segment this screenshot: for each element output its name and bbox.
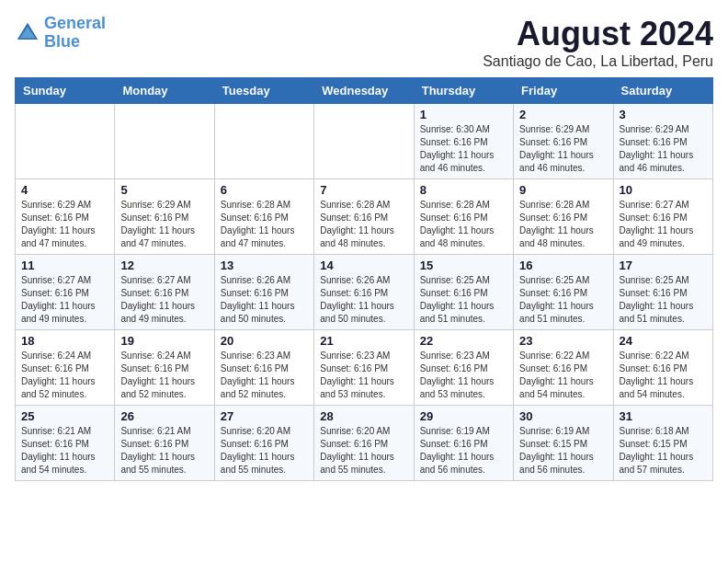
calendar-cell: 28Sunrise: 6:20 AM Sunset: 6:16 PM Dayli… <box>314 406 414 481</box>
calendar-cell: 2Sunrise: 6:29 AM Sunset: 6:16 PM Daylig… <box>514 104 613 179</box>
day-number: 25 <box>21 409 108 423</box>
day-info: Sunrise: 6:20 AM Sunset: 6:16 PM Dayligh… <box>320 425 407 477</box>
day-info: Sunrise: 6:21 AM Sunset: 6:16 PM Dayligh… <box>120 425 208 477</box>
week-row-1: 1Sunrise: 6:30 AM Sunset: 6:16 PM Daylig… <box>16 104 713 179</box>
calendar-cell: 31Sunrise: 6:18 AM Sunset: 6:15 PM Dayli… <box>613 406 712 481</box>
calendar-subtitle: Santiago de Cao, La Libertad, Peru <box>483 53 713 70</box>
day-number: 31 <box>620 409 707 423</box>
day-info: Sunrise: 6:21 AM Sunset: 6:16 PM Dayligh… <box>21 425 108 477</box>
day-number: 23 <box>519 334 607 348</box>
calendar-cell <box>16 104 115 179</box>
day-info: Sunrise: 6:26 AM Sunset: 6:16 PM Dayligh… <box>221 274 308 326</box>
calendar-cell: 19Sunrise: 6:24 AM Sunset: 6:16 PM Dayli… <box>115 330 214 406</box>
day-number: 28 <box>320 409 407 423</box>
day-number: 17 <box>620 259 707 272</box>
day-number: 10 <box>620 183 707 197</box>
calendar-cell: 17Sunrise: 6:25 AM Sunset: 6:16 PM Dayli… <box>613 255 712 330</box>
day-info: Sunrise: 6:29 AM Sunset: 6:16 PM Dayligh… <box>519 123 607 175</box>
day-number: 14 <box>320 259 407 272</box>
weekday-header-row: SundayMondayTuesdayWednesdayThursdayFrid… <box>16 78 713 104</box>
logo-line2: Blue <box>44 32 80 51</box>
calendar-title: August 2024 <box>483 15 713 53</box>
day-number: 18 <box>21 334 108 348</box>
calendar-cell: 4Sunrise: 6:29 AM Sunset: 6:16 PM Daylig… <box>16 179 115 255</box>
day-info: Sunrise: 6:23 AM Sunset: 6:16 PM Dayligh… <box>420 350 507 401</box>
calendar-cell: 12Sunrise: 6:27 AM Sunset: 6:16 PM Dayli… <box>115 255 214 330</box>
calendar-cell: 25Sunrise: 6:21 AM Sunset: 6:16 PM Dayli… <box>16 406 115 481</box>
day-number: 2 <box>519 108 607 121</box>
calendar-cell: 3Sunrise: 6:29 AM Sunset: 6:16 PM Daylig… <box>613 104 712 179</box>
calendar-cell: 8Sunrise: 6:28 AM Sunset: 6:16 PM Daylig… <box>414 179 513 255</box>
calendar-cell: 13Sunrise: 6:26 AM Sunset: 6:16 PM Dayli… <box>214 255 313 330</box>
calendar-cell: 21Sunrise: 6:23 AM Sunset: 6:16 PM Dayli… <box>314 330 414 406</box>
day-info: Sunrise: 6:28 AM Sunset: 6:16 PM Dayligh… <box>221 199 308 250</box>
logo-text: General Blue <box>44 15 106 52</box>
day-info: Sunrise: 6:27 AM Sunset: 6:16 PM Dayligh… <box>120 274 208 326</box>
day-info: Sunrise: 6:29 AM Sunset: 6:16 PM Dayligh… <box>620 123 707 175</box>
day-number: 7 <box>320 183 407 197</box>
day-number: 13 <box>221 259 308 272</box>
day-info: Sunrise: 6:30 AM Sunset: 6:16 PM Dayligh… <box>420 123 507 175</box>
day-number: 6 <box>221 183 308 197</box>
week-row-4: 18Sunrise: 6:24 AM Sunset: 6:16 PM Dayli… <box>16 330 713 406</box>
day-info: Sunrise: 6:22 AM Sunset: 6:16 PM Dayligh… <box>620 350 707 401</box>
day-number: 21 <box>320 334 407 348</box>
day-info: Sunrise: 6:28 AM Sunset: 6:16 PM Dayligh… <box>420 199 507 250</box>
calendar-cell: 1Sunrise: 6:30 AM Sunset: 6:16 PM Daylig… <box>414 104 513 179</box>
calendar-cell: 29Sunrise: 6:19 AM Sunset: 6:16 PM Dayli… <box>414 406 513 481</box>
day-info: Sunrise: 6:29 AM Sunset: 6:16 PM Dayligh… <box>21 199 108 250</box>
day-info: Sunrise: 6:28 AM Sunset: 6:16 PM Dayligh… <box>519 199 607 250</box>
weekday-monday: Monday <box>115 78 214 104</box>
day-number: 1 <box>420 108 507 121</box>
day-info: Sunrise: 6:24 AM Sunset: 6:16 PM Dayligh… <box>120 350 208 401</box>
day-number: 3 <box>620 108 707 121</box>
day-info: Sunrise: 6:28 AM Sunset: 6:16 PM Dayligh… <box>320 199 407 250</box>
day-number: 16 <box>519 259 607 272</box>
calendar-cell: 7Sunrise: 6:28 AM Sunset: 6:16 PM Daylig… <box>314 179 414 255</box>
day-number: 20 <box>221 334 308 348</box>
day-number: 15 <box>420 259 507 272</box>
day-number: 8 <box>420 183 507 197</box>
calendar-cell: 26Sunrise: 6:21 AM Sunset: 6:16 PM Dayli… <box>115 406 214 481</box>
day-info: Sunrise: 6:18 AM Sunset: 6:15 PM Dayligh… <box>620 425 707 477</box>
day-info: Sunrise: 6:25 AM Sunset: 6:16 PM Dayligh… <box>420 274 507 326</box>
title-area: August 2024 Santiago de Cao, La Libertad… <box>483 15 713 70</box>
day-number: 27 <box>221 409 308 423</box>
week-row-3: 11Sunrise: 6:27 AM Sunset: 6:16 PM Dayli… <box>16 255 713 330</box>
day-info: Sunrise: 6:23 AM Sunset: 6:16 PM Dayligh… <box>221 350 308 401</box>
calendar-cell: 27Sunrise: 6:20 AM Sunset: 6:16 PM Dayli… <box>214 406 313 481</box>
day-info: Sunrise: 6:27 AM Sunset: 6:16 PM Dayligh… <box>21 274 108 326</box>
day-number: 24 <box>620 334 707 348</box>
calendar-cell: 22Sunrise: 6:23 AM Sunset: 6:16 PM Dayli… <box>414 330 513 406</box>
day-info: Sunrise: 6:19 AM Sunset: 6:16 PM Dayligh… <box>420 425 507 477</box>
weekday-saturday: Saturday <box>613 78 712 104</box>
calendar-cell: 6Sunrise: 6:28 AM Sunset: 6:16 PM Daylig… <box>214 179 313 255</box>
weekday-tuesday: Tuesday <box>214 78 313 104</box>
calendar-table: SundayMondayTuesdayWednesdayThursdayFrid… <box>15 77 713 481</box>
day-info: Sunrise: 6:20 AM Sunset: 6:16 PM Dayligh… <box>221 425 308 477</box>
calendar-cell: 16Sunrise: 6:25 AM Sunset: 6:16 PM Dayli… <box>514 255 613 330</box>
calendar-cell: 15Sunrise: 6:25 AM Sunset: 6:16 PM Dayli… <box>414 255 513 330</box>
calendar-cell <box>115 104 214 179</box>
week-row-5: 25Sunrise: 6:21 AM Sunset: 6:16 PM Dayli… <box>16 406 713 481</box>
day-number: 22 <box>420 334 507 348</box>
day-number: 4 <box>21 183 108 197</box>
day-info: Sunrise: 6:19 AM Sunset: 6:15 PM Dayligh… <box>519 425 607 477</box>
day-info: Sunrise: 6:24 AM Sunset: 6:16 PM Dayligh… <box>21 350 108 401</box>
day-number: 26 <box>120 409 208 423</box>
week-row-2: 4Sunrise: 6:29 AM Sunset: 6:16 PM Daylig… <box>16 179 713 255</box>
day-number: 9 <box>519 183 607 197</box>
weekday-friday: Friday <box>514 78 613 104</box>
day-number: 19 <box>120 334 208 348</box>
calendar-cell: 18Sunrise: 6:24 AM Sunset: 6:16 PM Dayli… <box>16 330 115 406</box>
day-number: 12 <box>120 259 208 272</box>
logo: General Blue <box>15 15 106 52</box>
day-info: Sunrise: 6:26 AM Sunset: 6:16 PM Dayligh… <box>320 274 407 326</box>
weekday-thursday: Thursday <box>414 78 513 104</box>
day-number: 11 <box>21 259 108 272</box>
day-info: Sunrise: 6:27 AM Sunset: 6:16 PM Dayligh… <box>620 199 707 250</box>
calendar-cell: 20Sunrise: 6:23 AM Sunset: 6:16 PM Dayli… <box>214 330 313 406</box>
day-info: Sunrise: 6:23 AM Sunset: 6:16 PM Dayligh… <box>320 350 407 401</box>
day-number: 30 <box>519 409 607 423</box>
logo-line1: General <box>44 14 106 32</box>
